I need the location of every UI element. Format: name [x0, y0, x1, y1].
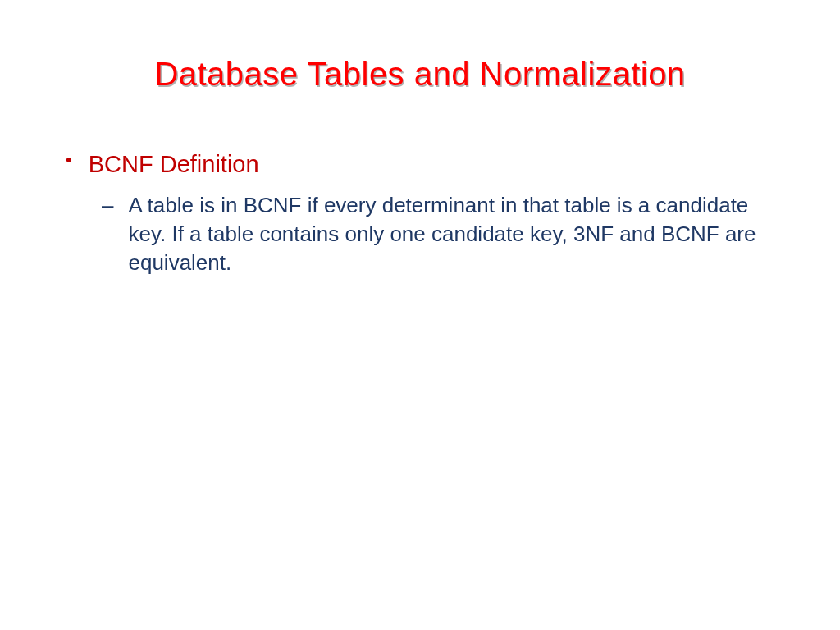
bullet-text-l1: BCNF Definition [89, 148, 259, 181]
bullet-level-2: – A table is in BCNF if every determinan… [102, 191, 774, 277]
bullet-level-1: • BCNF Definition [66, 148, 774, 181]
bullet-marker-l1: • [66, 148, 72, 173]
bullet-marker-l2: – [102, 191, 113, 220]
slide-content: • BCNF Definition – A table is in BCNF i… [66, 148, 774, 277]
bullet-text-l2: A table is in BCNF if every determinant … [128, 191, 774, 277]
slide-title: Database Tables and Normalization [0, 56, 840, 93]
